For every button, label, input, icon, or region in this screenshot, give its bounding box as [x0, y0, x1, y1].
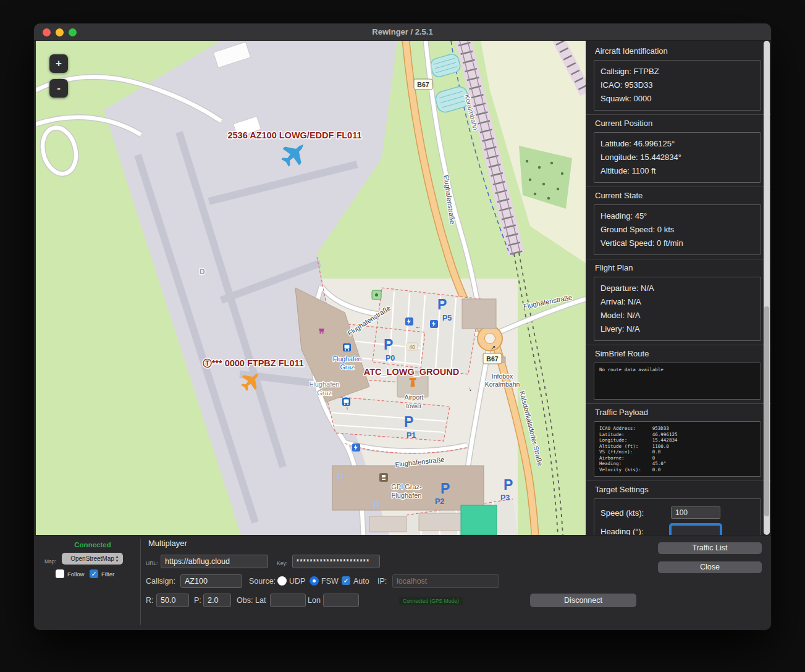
squawk-value: Squawk: 0000	[601, 92, 754, 106]
ip-label: IP:	[377, 577, 387, 586]
parking-p-icon: P	[384, 337, 393, 353]
filter-checkbox[interactable]: ✓	[90, 569, 98, 578]
url-input[interactable]	[161, 555, 268, 568]
openstreetmap-view[interactable]: Koralmbahn Flughafenstraße Flughafenstra…	[36, 41, 586, 535]
aircraft-label-az100: 2536 AZ100 LOWG/EDDF FL011	[227, 130, 361, 140]
poi-label-graz: Graz	[317, 389, 332, 397]
udp-label: UDP	[289, 577, 305, 586]
parking-label-p3: P3	[500, 494, 510, 502]
heading-value: Heading: 45°	[601, 209, 754, 223]
parking-p-icon: P	[437, 296, 447, 313]
current-position-box: Latitude: 46.996125° Longitude: 15.44283…	[594, 132, 761, 183]
latitude-value: Latitude: 46.996125°	[601, 137, 754, 151]
window-title: Rewinger / 2.5.1	[34, 27, 771, 36]
green-roof-building	[461, 505, 497, 535]
section-title-current-position: Current Position	[586, 114, 771, 131]
longitude-value: Longitude: 15.442834°	[601, 151, 754, 164]
arrival-value: Arrival: N/A	[601, 295, 754, 309]
gps-mode-status: Connected (GPS Mode)	[399, 597, 463, 605]
poi-label-flughafen: Flughafen	[310, 380, 340, 388]
map-provider-select[interactable]: OpenStreetMap ▲▼	[62, 553, 123, 565]
office-icon	[379, 473, 388, 482]
lat-label: Lat	[255, 596, 266, 605]
connection-status: Connected	[46, 541, 139, 548]
map-provider-value: OpenStreetMap	[70, 555, 114, 562]
roundabout	[485, 334, 495, 343]
speed-input[interactable]	[671, 506, 720, 519]
range-label: R:	[146, 596, 154, 605]
multiplayer-title: Multiplayer	[148, 539, 187, 548]
b67-badge-south: B67	[486, 355, 498, 363]
aircraft-identification-box: Callsign: FTPBZ ICAO: 953D33 Squawk: 000…	[594, 60, 761, 111]
vertical-speed-value: Vertical Speed: 0 ft/min	[601, 237, 754, 250]
url-label: URL:	[146, 560, 158, 566]
transit-label-flughafen: Flughafen	[333, 355, 362, 363]
current-state-box: Heading: 45° Ground Speed: 0 kts Vertica…	[594, 204, 761, 255]
udp-radio[interactable]	[277, 576, 287, 586]
traffic-payload-content: ICAO Address: 953D33 Latitude: 46.996125…	[599, 426, 756, 472]
map-zoom-out-button[interactable]: -	[49, 79, 68, 98]
flight-plan-box: Departure: N/A Arrival: N/A Model: N/A L…	[594, 277, 761, 341]
svg-text:↗: ↗	[491, 344, 495, 351]
poi-label-airport: Airport	[405, 393, 424, 401]
departure-value: Departure: N/A	[601, 282, 754, 295]
obs-lat-input[interactable]	[270, 594, 306, 607]
map-canvas[interactable]: Koralmbahn Flughafenstraße Flughafenstra…	[36, 41, 586, 535]
panel-divider	[140, 539, 141, 625]
section-title-current-state: Current State	[586, 187, 771, 203]
key-label: Key:	[277, 560, 287, 566]
ground-speed-value: Ground Speed: 0 kts	[601, 223, 754, 237]
sidebar-scrollbar[interactable]	[764, 41, 770, 535]
aircraft-label-ftpbz: Ⓣ*** 0000 FTPBZ FL011	[203, 358, 304, 368]
ip-input[interactable]	[392, 574, 499, 588]
disconnect-button[interactable]: Disconnect	[530, 594, 636, 607]
parking-p-icon: P	[504, 477, 513, 493]
playground-icon	[372, 290, 381, 300]
ev-charging-icon	[352, 443, 360, 452]
parking-label-p0: P0	[386, 354, 395, 363]
period-input[interactable]	[203, 594, 231, 607]
scrollbar-thumb[interactable]	[764, 306, 769, 516]
ev-charging-icon	[405, 317, 413, 326]
traffic-list-button[interactable]: Traffic List	[658, 542, 762, 554]
auto-label: Auto	[353, 577, 369, 586]
auto-checkbox[interactable]: ✓	[342, 576, 350, 585]
follow-checkbox[interactable]	[56, 569, 64, 578]
follow-label: Follow	[67, 571, 84, 578]
title-bar: Rewinger / 2.5.1	[34, 23, 771, 41]
poi-label-tower: tower	[406, 402, 422, 410]
section-title-target-settings: Target Settings	[586, 481, 771, 497]
parking-label-p2: P2	[435, 497, 444, 506]
chevron-up-down-icon: ▲▼	[113, 555, 121, 563]
callsign-value: Callsign: FTPBZ	[601, 65, 754, 78]
speed-label: Speed (kts):	[601, 508, 671, 518]
close-button[interactable]: Close	[658, 561, 762, 573]
obs-lon-input[interactable]	[323, 594, 359, 607]
altitude-value: Altitude: 1100 ft	[601, 164, 754, 178]
livery-value: Livery: N/A	[601, 322, 754, 336]
map-zoom-in-button[interactable]: +	[49, 54, 68, 73]
icao-value: ICAO: 953D33	[601, 78, 754, 92]
section-title-aircraft-identification: Aircraft Identification	[586, 41, 771, 59]
parking-p-icon-private: P	[337, 472, 344, 482]
bus-stop-icon	[342, 398, 350, 406]
transit-label-graz: Graz	[340, 363, 355, 371]
model-value: Model: N/A	[601, 309, 754, 322]
obs-label: Obs:	[237, 596, 253, 605]
parking-label-p5: P5	[442, 314, 452, 322]
poi-label-gpi-line1: GPI Graz-	[391, 483, 422, 490]
period-label: P:	[194, 596, 201, 605]
simbrief-route-box[interactable]: No route data available	[594, 363, 761, 400]
source-label: Source:	[249, 577, 276, 586]
poi-label-infobox-line2: Koralmbahn	[485, 380, 520, 388]
traffic-payload-box: ICAO Address: 953D33 Latitude: 46.996125…	[594, 421, 761, 477]
bus-stop-icon	[343, 343, 351, 351]
map-select-label: Map:	[44, 558, 56, 565]
callsign-input[interactable]	[180, 574, 242, 588]
ev-charging-icon	[430, 320, 438, 328]
key-input[interactable]	[292, 555, 380, 568]
fsw-radio[interactable]	[310, 576, 319, 586]
range-input[interactable]	[156, 594, 189, 607]
lon-label: Lon	[308, 596, 321, 605]
section-title-flight-plan: Flight Plan	[586, 259, 771, 275]
